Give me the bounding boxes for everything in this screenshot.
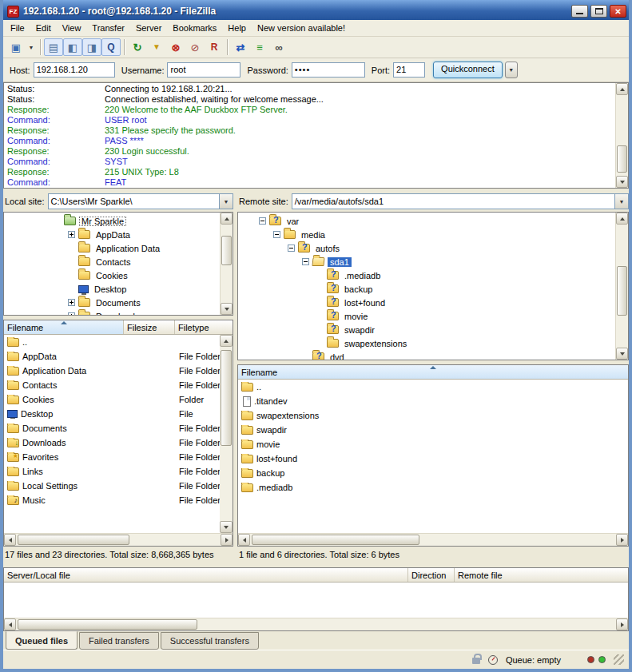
scrollbar-thumb[interactable] <box>617 145 627 173</box>
file-row[interactable]: Application DataFile Folder <box>4 364 220 378</box>
tree-item[interactable]: autofs <box>238 241 628 255</box>
encryption-status-icon[interactable] <box>472 658 480 664</box>
tab-successful-transfers[interactable]: Successful transfers <box>161 632 259 650</box>
scroll-up-button[interactable] <box>616 213 628 225</box>
message-log-scrollbar[interactable] <box>615 83 628 188</box>
maximize-button[interactable] <box>590 5 607 18</box>
menu-new-version[interactable]: New version available! <box>252 21 351 35</box>
remote-tree-scrollbar[interactable] <box>615 213 628 360</box>
toolbar-button-find-files[interactable]: ∞ <box>269 38 288 56</box>
port-input[interactable]: 21 <box>393 62 425 78</box>
menu-bookmarks[interactable]: Bookmarks <box>167 21 222 35</box>
expander-icon[interactable] <box>68 299 75 306</box>
toolbar-button-cancel[interactable]: ⊗ <box>166 38 185 56</box>
toolbar-button-filter[interactable]: ▼ <box>147 38 166 56</box>
scroll-up-button[interactable] <box>220 335 233 347</box>
scrollbar-track[interactable] <box>616 225 628 348</box>
column-header-filetype[interactable]: Filetype <box>175 320 233 334</box>
expander-icon[interactable] <box>259 217 266 225</box>
expander-icon[interactable] <box>288 245 295 252</box>
scroll-down-button[interactable] <box>220 521 233 533</box>
menu-server[interactable]: Server <box>130 21 167 35</box>
tree-item[interactable]: Application Data <box>4 241 233 255</box>
column-header-remote-file[interactable]: Remote file <box>455 568 628 582</box>
tree-item[interactable]: AppData <box>4 228 233 241</box>
file-row[interactable]: swapextensions <box>238 408 628 423</box>
tree-item-sda1[interactable]: sda1 <box>238 255 628 268</box>
scrollbar-thumb[interactable] <box>18 619 197 630</box>
file-row[interactable]: LinksFile Folder <box>4 464 220 479</box>
local-list-scrollbar[interactable] <box>220 335 233 533</box>
toolbar-button-site-manager[interactable]: ▣ <box>6 38 26 56</box>
toolbar-button-synchronized-browsing[interactable]: ≡ <box>250 38 269 56</box>
tree-item[interactable]: media <box>238 228 628 241</box>
toolbar-button-disconnect[interactable]: ⊘ <box>185 38 205 56</box>
scroll-down-button[interactable] <box>221 303 233 315</box>
local-site-combo[interactable]: C:\Users\Mr Sparkle\ ▼ <box>48 193 233 209</box>
scrollbar-track[interactable] <box>16 534 221 546</box>
tree-item[interactable]: movie <box>238 309 628 323</box>
file-row[interactable]: movie <box>238 437 628 451</box>
scrollbar-track[interactable] <box>250 534 616 546</box>
scrollbar-thumb[interactable] <box>221 350 232 446</box>
tab-failed-transfers[interactable]: Failed transfers <box>79 632 159 650</box>
tree-item[interactable]: Contacts <box>4 255 233 268</box>
menu-edit[interactable]: Edit <box>30 21 57 35</box>
toolbar-button-reconnect[interactable]: R <box>205 38 224 56</box>
menu-view[interactable]: View <box>57 21 87 35</box>
file-row[interactable]: CookiesFolder <box>4 392 220 407</box>
tree-item[interactable]: Cookies <box>4 268 233 282</box>
scrollbar-track[interactable] <box>616 95 628 176</box>
quickconnect-button[interactable]: Quickconnect <box>433 62 503 78</box>
close-button[interactable]: ✕ <box>610 5 626 18</box>
tree-item[interactable]: swapdir <box>238 323 628 336</box>
host-input[interactable]: 192.168.1.20 <box>34 62 115 78</box>
scroll-left-button[interactable] <box>238 534 250 546</box>
scrollbar-thumb[interactable] <box>18 535 129 545</box>
scrollbar-track[interactable] <box>16 618 616 630</box>
menu-help[interactable]: Help <box>222 21 252 35</box>
scroll-right-button[interactable] <box>616 534 628 546</box>
file-row[interactable]: DesktopFile <box>4 407 220 421</box>
menu-transfer[interactable]: Transfer <box>86 21 130 35</box>
column-header-server-local-file[interactable]: Server/Local file <box>4 568 408 582</box>
password-input[interactable]: •••• <box>292 62 365 78</box>
remote-list-hscrollbar[interactable] <box>238 533 628 546</box>
file-row[interactable]: AppDataFile Folder <box>4 349 220 364</box>
expander-icon[interactable] <box>302 258 309 265</box>
file-row[interactable]: .titandev <box>238 394 628 408</box>
scrollbar-track[interactable] <box>221 225 233 303</box>
file-row[interactable]: .mediadb <box>238 480 628 495</box>
username-input[interactable]: root <box>167 62 240 78</box>
tree-item[interactable]: swapextensions <box>238 336 628 350</box>
toolbar-button-toggle-remote-tree[interactable]: ◨ <box>82 38 101 56</box>
tree-item[interactable]: Downloads <box>4 309 233 316</box>
expander-icon[interactable] <box>273 231 280 238</box>
chevron-down-icon[interactable]: ▼ <box>614 194 628 209</box>
tree-item[interactable]: dvd <box>238 350 628 360</box>
toolbar-button-toggle-queue[interactable]: Q <box>101 38 121 56</box>
file-row[interactable]: DocumentsFile Folder <box>4 421 220 435</box>
file-row[interactable]: lost+found <box>238 451 628 466</box>
column-header-filename[interactable]: Filename <box>4 320 124 334</box>
column-header-filesize[interactable]: Filesize <box>124 320 175 334</box>
speed-limit-icon[interactable] <box>488 655 498 665</box>
tree-item[interactable]: var <box>238 214 628 228</box>
scroll-down-button[interactable] <box>616 348 628 360</box>
tree-item[interactable]: Desktop <box>4 282 233 296</box>
quickconnect-dropdown-button[interactable]: ▼ <box>505 62 518 78</box>
toolbar-button-directory-comparison[interactable]: ⇄ <box>231 38 250 56</box>
remote-site-combo[interactable]: /var/media/autofs/sda1 ▼ <box>292 193 629 209</box>
column-header-direction[interactable]: Direction <box>408 568 455 582</box>
scrollbar-thumb[interactable] <box>221 236 232 265</box>
resize-grip[interactable] <box>614 654 624 665</box>
toolbar-button-toggle-local-tree[interactable]: ◧ <box>63 38 82 56</box>
scroll-left-button[interactable] <box>4 534 16 546</box>
scroll-up-button[interactable] <box>221 213 233 225</box>
scroll-up-button[interactable] <box>616 83 628 95</box>
scroll-right-button[interactable] <box>221 534 233 546</box>
file-row[interactable]: FavoritesFile Folder <box>4 450 220 464</box>
chevron-down-icon[interactable]: ▼ <box>219 194 233 209</box>
file-row[interactable]: Local SettingsFile Folder <box>4 479 220 493</box>
scrollbar-track[interactable] <box>220 347 233 521</box>
